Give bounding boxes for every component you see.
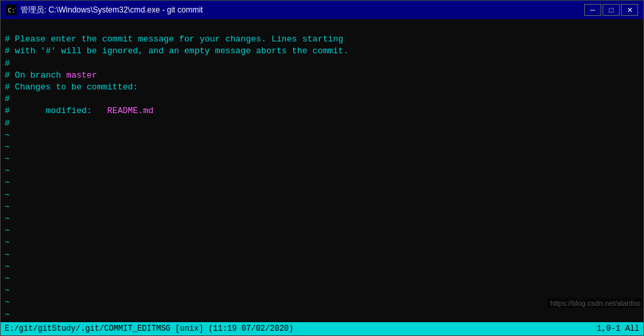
maximize-button[interactable]: □	[603, 4, 620, 16]
status-left: E:/git/gitStudy/.git/COMMIT_EDITMSG [uni…	[5, 324, 293, 333]
window-controls[interactable]: ─ □ ✕	[584, 4, 638, 16]
comment-line-4: # On branch master	[5, 70, 97, 80]
title-bar-left: C:\ 管理员: C:\Windows\System32\cmd.exe - g…	[6, 5, 203, 16]
comment-line-7: # modified: README.md	[5, 106, 153, 116]
minimize-button[interactable]: ─	[584, 4, 601, 16]
cmd-icon: C:\	[6, 5, 16, 15]
title-bar: C:\ 管理员: C:\Windows\System32\cmd.exe - g…	[1, 1, 643, 19]
tilde-lines: ~ ~ ~ ~ ~ ~ ~ ~ ~ ~ ~ ~ ~ ~ ~ ~ ~ ~ ~ ~ …	[5, 130, 10, 322]
comment-line-2: # with '#' will be ignored, and an empty…	[5, 46, 349, 56]
comment-line-8: #	[5, 118, 10, 128]
watermark: https://blog.csdn.net/alanfoo	[547, 299, 643, 308]
close-button[interactable]: ✕	[621, 4, 638, 16]
window-title: 管理员: C:\Windows\System32\cmd.exe - git c…	[20, 5, 203, 16]
comment-line-1: # Please enter the commit message for yo…	[5, 34, 343, 44]
comment-line-6: #	[5, 94, 10, 104]
terminal-content: # Please enter the commit message for yo…	[5, 22, 639, 322]
terminal-body: # Please enter the commit message for yo…	[1, 19, 643, 322]
window: C:\ 管理员: C:\Windows\System32\cmd.exe - g…	[0, 0, 644, 336]
status-bar: E:/git/gitStudy/.git/COMMIT_EDITMSG [uni…	[1, 322, 643, 335]
comment-line-5: # Changes to be committed:	[5, 82, 138, 92]
comment-line-3: #	[5, 59, 10, 68]
svg-text:C:\: C:\	[8, 7, 16, 14]
status-right: 1,0-1 All	[597, 324, 639, 333]
